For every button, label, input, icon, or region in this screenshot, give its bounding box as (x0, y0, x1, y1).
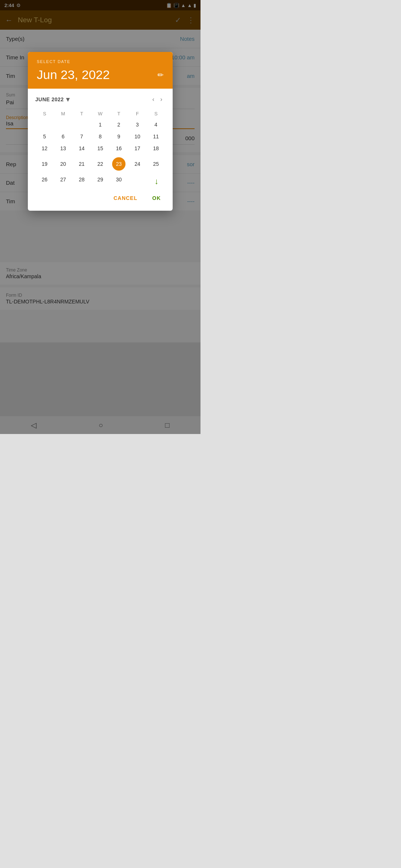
nav-arrows: ‹ › (149, 95, 165, 104)
day-2[interactable]: 2 (110, 119, 128, 131)
calendar-week-row: 19202122232425 (35, 154, 165, 174)
cancel-button[interactable]: CANCEL (108, 191, 143, 205)
dialog-selected-date-display: Jun 23, 2022 ✏ (37, 68, 164, 82)
empty-day (54, 119, 72, 131)
next-month-button[interactable]: › (157, 95, 165, 104)
calendar-grid: S M T W T F S 12345678910111213141516171… (35, 109, 165, 185)
day-6[interactable]: 6 (54, 131, 72, 142)
day-17[interactable]: 17 (128, 142, 147, 154)
calendar-week-row: 1234 (35, 119, 165, 131)
selected-date-text: Jun 23, 2022 (37, 68, 110, 82)
day-3[interactable]: 3 (128, 119, 147, 131)
dialog-actions: CANCEL ↓ OK (28, 188, 173, 211)
weekday-mon: M (54, 109, 72, 119)
weekday-tue: T (72, 109, 91, 119)
day-13[interactable]: 13 (54, 142, 72, 154)
day-29[interactable]: 29 (91, 174, 110, 185)
day-10[interactable]: 10 (128, 131, 147, 142)
calendar-body: JUNE 2022 ▾ ‹ › S M T W T F (28, 89, 173, 188)
day-26[interactable]: 26 (35, 174, 54, 185)
day-23[interactable]: 23 (110, 154, 128, 174)
ok-container: ↓ OK (146, 191, 167, 205)
day-1[interactable]: 1 (91, 119, 110, 131)
weekday-sun: S (35, 109, 54, 119)
weekday-wed: W (91, 109, 110, 119)
day-16[interactable]: 16 (110, 142, 128, 154)
dialog-header: SELECT DATE Jun 23, 2022 ✏ (28, 52, 173, 89)
day-15[interactable]: 15 (91, 142, 110, 154)
day-20[interactable]: 20 (54, 154, 72, 174)
day-21[interactable]: 21 (72, 154, 91, 174)
day-9[interactable]: 9 (110, 131, 128, 142)
calendar-week-row: 2627282930 (35, 174, 165, 185)
weekday-sat: S (147, 109, 165, 119)
day-4[interactable]: 4 (147, 119, 165, 131)
empty-day (35, 119, 54, 131)
dialog-overlay: SELECT DATE Jun 23, 2022 ✏ JUNE 2022 ▾ ‹… (0, 0, 200, 434)
weekday-thu: T (110, 109, 128, 119)
day-24[interactable]: 24 (128, 154, 147, 174)
day-14[interactable]: 14 (72, 142, 91, 154)
prev-month-button[interactable]: ‹ (149, 95, 157, 104)
ok-button[interactable]: OK (146, 191, 167, 205)
day-7[interactable]: 7 (72, 131, 91, 142)
day-11[interactable]: 11 (147, 131, 165, 142)
month-navigation: JUNE 2022 ▾ ‹ › (35, 95, 165, 104)
day-27[interactable]: 27 (54, 174, 72, 185)
day-18[interactable]: 18 (147, 142, 165, 154)
calendar-week-row: 567891011 (35, 131, 165, 142)
ok-arrow-annotation: ↓ (154, 177, 159, 185)
date-picker-dialog: SELECT DATE Jun 23, 2022 ✏ JUNE 2022 ▾ ‹… (28, 52, 173, 211)
edit-date-icon[interactable]: ✏ (157, 70, 164, 79)
empty-day (128, 174, 147, 185)
day-22[interactable]: 22 (91, 154, 110, 174)
calendar-week-row: 12131415161718 (35, 142, 165, 154)
day-8[interactable]: 8 (91, 131, 110, 142)
weekday-header-row: S M T W T F S (35, 109, 165, 119)
day-25[interactable]: 25 (147, 154, 165, 174)
day-5[interactable]: 5 (35, 131, 54, 142)
day-30[interactable]: 30 (110, 174, 128, 185)
day-12[interactable]: 12 (35, 142, 54, 154)
month-dropdown-icon[interactable]: ▾ (66, 95, 70, 103)
empty-day (72, 119, 91, 131)
select-date-label: SELECT DATE (37, 59, 164, 64)
month-year-text: JUNE 2022 (35, 96, 64, 102)
day-28[interactable]: 28 (72, 174, 91, 185)
month-label[interactable]: JUNE 2022 ▾ (35, 95, 69, 103)
day-19[interactable]: 19 (35, 154, 54, 174)
weekday-fri: F (128, 109, 147, 119)
